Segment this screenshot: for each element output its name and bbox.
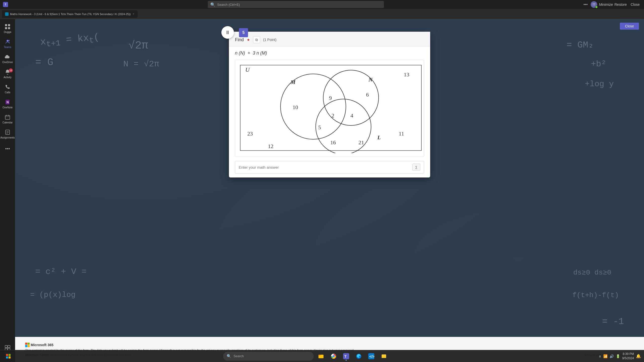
svg-text:</>: </> — [369, 354, 374, 358]
activity-badge: 16 — [9, 68, 13, 72]
taskbar-app-vscode[interactable]: </> — [366, 351, 377, 361]
taskbar-app-chrome[interactable] — [328, 351, 339, 361]
onedrive-icon — [5, 54, 11, 60]
venn-val-23: 23 — [247, 130, 253, 137]
teams-logo-icon: T — [3, 2, 8, 7]
sidebar-item-calendar[interactable]: Calendar — [1, 112, 14, 126]
sidebar: Dugga Teams OneDrive — [0, 19, 15, 362]
volume-icon: 🔊 — [610, 354, 614, 358]
tab-close-button[interactable]: × — [132, 12, 135, 16]
microsoft-flag-icon — [25, 343, 30, 347]
taskbar-app-explorer[interactable] — [316, 351, 326, 361]
svg-point-32 — [333, 355, 335, 357]
math-input-button[interactable]: ∑ — [412, 164, 420, 171]
close-content-button[interactable]: Close — [620, 23, 639, 30]
form-card: ⏸ 5 Find ★ ⧉ (1 Point) n (N) + 3 n (M) — [229, 32, 430, 177]
answer-input-row: ∑ — [235, 161, 424, 173]
sidebar-item-dugga-label: Dugga — [4, 31, 11, 34]
search-icon: 🔍 — [210, 2, 215, 7]
dugga-icon — [5, 24, 11, 30]
taskbar-center: 🔍 Search T — [14, 351, 599, 361]
taskbar-app-edge[interactable] — [353, 351, 364, 361]
question-find-label: Find — [235, 37, 244, 42]
start-button[interactable] — [3, 351, 14, 361]
title-bar: T 🔍 Search (Ctrl+E) ••• TT Minimize Rest… — [0, 0, 644, 9]
venn-val-5: 5 — [318, 124, 321, 130]
required-indicator: ★ — [247, 38, 250, 42]
taskbar-right: ∧ 📶 🔊 🔋 8:39 PM 9/5/2024 🔔 — [599, 352, 641, 360]
sidebar-item-teams[interactable]: Teams — [1, 37, 14, 51]
math-formula: n (N) + 3 n (M) — [235, 51, 424, 56]
sidebar-item-calls-label: Calls — [5, 91, 10, 94]
content-area: xt+1 = kxt( = G = GM₂ +b² +log y = c² + … — [15, 19, 644, 362]
sidebar-item-dugga[interactable]: Dugga — [1, 22, 14, 36]
system-icons: ∧ 📶 🔊 🔋 — [599, 354, 620, 358]
sidebar-item-activity[interactable]: Activity 16 — [1, 67, 14, 81]
svg-rect-27 — [9, 356, 11, 358]
svg-rect-12 — [6, 130, 10, 134]
notification-icon[interactable]: 🔔 — [636, 354, 641, 358]
taskbar-datetime[interactable]: 8:39 PM 9/5/2024 — [622, 352, 634, 360]
sidebar-item-activity-label: Activity — [4, 76, 12, 79]
taskbar: 🔍 Search T — [0, 350, 644, 362]
venn-val-21: 21 — [358, 139, 364, 146]
footer-logo-row: Microsoft 365 — [25, 343, 634, 347]
svg-rect-20 — [240, 65, 421, 151]
svg-rect-2 — [5, 27, 7, 29]
more-options-button[interactable]: ••• — [583, 2, 588, 7]
sidebar-item-calls[interactable]: Calls — [1, 82, 14, 96]
venn-val-16: 16 — [330, 139, 336, 146]
taskbar-time-display: 8:39 PM — [623, 352, 634, 356]
restore-button[interactable]: Restore — [615, 0, 626, 9]
venn-val-10: 10 — [293, 104, 298, 110]
venn-val-4: 4 — [350, 112, 353, 119]
taskbar-search-placeholder: Search — [233, 354, 244, 358]
venn-val-13: 13 — [404, 71, 409, 78]
svg-rect-39 — [382, 355, 386, 358]
sidebar-item-assignments[interactable]: Assignments — [1, 127, 14, 141]
svg-text:T: T — [344, 354, 347, 358]
points-badge: (1 Point) — [263, 38, 276, 42]
answer-input[interactable] — [239, 165, 410, 169]
svg-rect-3 — [8, 27, 10, 29]
avatar[interactable]: TT — [591, 1, 597, 8]
svg-point-5 — [9, 40, 10, 41]
svg-rect-1 — [8, 24, 10, 26]
svg-rect-26 — [6, 356, 8, 358]
sidebar-more-button[interactable]: ••• — [3, 144, 12, 154]
pause-button[interactable]: ⏸ — [221, 26, 234, 39]
forms-tab-icon — [5, 12, 9, 16]
microsoft-365-logo: Microsoft 365 — [25, 343, 53, 347]
taskbar-date-display: 9/5/2024 — [622, 356, 634, 360]
search-bar-placeholder: Search (Ctrl+E) — [217, 3, 240, 7]
svg-rect-8 — [5, 115, 10, 119]
question-header: Find ★ ⧉ (1 Point) — [229, 32, 430, 47]
search-bar[interactable]: 🔍 Search (Ctrl+E) — [208, 1, 384, 8]
svg-point-21 — [280, 74, 346, 139]
taskbar-app-files[interactable] — [379, 351, 389, 361]
calls-icon — [5, 84, 11, 90]
assignments-icon — [5, 129, 11, 135]
sidebar-item-calendar-label: Calendar — [3, 121, 13, 124]
svg-rect-24 — [6, 354, 8, 356]
minimize-button[interactable]: Minimize — [600, 0, 612, 9]
venn-l-label: L — [377, 134, 381, 141]
sidebar-item-onedrive[interactable]: OneDrive — [1, 52, 14, 66]
chevron-up-icon[interactable]: ∧ — [599, 354, 601, 358]
avatar-status-badge — [595, 6, 598, 8]
svg-rect-30 — [318, 355, 320, 356]
tab-item[interactable]: Maths Homework - 3 (Unit - 6 & 9)Sem:1 T… — [2, 10, 138, 18]
teams-icon — [5, 39, 11, 45]
sidebar-item-onenote[interactable]: N OneNote — [1, 97, 14, 111]
taskbar-search[interactable]: 🔍 Search — [223, 352, 314, 361]
window-close-button[interactable]: Close — [629, 0, 641, 9]
title-bar-left: T — [3, 2, 8, 7]
svg-point-4 — [7, 40, 9, 42]
sidebar-item-teams-label: Teams — [4, 46, 11, 49]
sidebar-item-onenote-label: OneNote — [3, 106, 13, 109]
taskbar-app-teams[interactable]: T — [341, 351, 351, 361]
sidebar-item-onedrive-label: OneDrive — [2, 61, 13, 64]
question-content: n (N) + 3 n (M) U — [229, 47, 430, 177]
copy-button[interactable]: ⧉ — [253, 36, 260, 43]
math-symbol-icon: ∑ — [415, 165, 418, 169]
